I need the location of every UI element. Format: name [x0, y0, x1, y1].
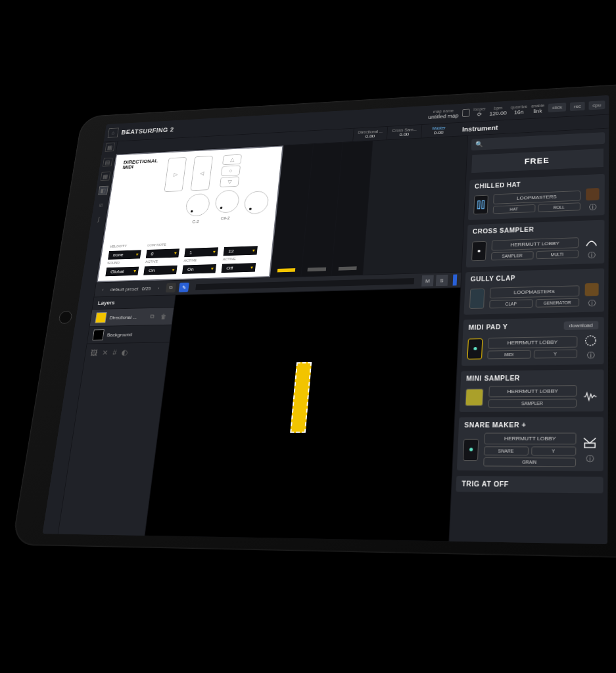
rail-icon-selected[interactable]: ◧ [98, 186, 108, 195]
tool-image-icon[interactable]: 🖼 [90, 348, 99, 357]
fader-area [270, 141, 373, 277]
active-1-dropdown[interactable]: ACTIVEOn [143, 266, 177, 275]
lownote-dropdown[interactable]: LOW NOTE0 [146, 248, 179, 258]
svg-point-2 [586, 336, 596, 346]
duplicate-icon[interactable]: ⧉ [147, 312, 156, 321]
rec-button[interactable]: rec [570, 102, 585, 111]
tool-grid-icon[interactable]: # [112, 348, 117, 357]
preset-prev-icon[interactable]: ‹ [98, 285, 107, 294]
knob-3[interactable] [243, 191, 270, 214]
preset-save-icon[interactable]: ✎ [179, 283, 189, 292]
active-3-dropdown[interactable]: ACTIVEOff [222, 263, 256, 273]
rail-icon-sliders[interactable]: ⎚ [96, 200, 107, 209]
rail-icon-map[interactable]: ▦ [100, 172, 110, 181]
preview-thumb [585, 283, 599, 296]
knob-csharp2[interactable] [214, 190, 241, 214]
layer-swatch-black [92, 329, 104, 340]
mute-button[interactable]: M [421, 275, 434, 286]
info-icon[interactable]: ⓘ [586, 453, 594, 464]
tablet-device: ⌂ BEATSURFING 2 map name untitled map lo… [12, 83, 616, 559]
dial-icon [583, 333, 599, 348]
waveform-icon [582, 388, 598, 404]
direction-pad-left[interactable]: ◁ [191, 156, 213, 191]
solo-button[interactable]: S [436, 275, 448, 286]
layer-tools: 🖼 ✕ # ◐ [84, 342, 169, 362]
bpm-group[interactable]: bpm 120.00 [489, 105, 507, 116]
svg-rect-3 [584, 443, 595, 448]
channel-directional[interactable]: Directional ... 0.00 [352, 127, 387, 141]
card-midi-pad-y[interactable]: MIDI PAD Y download HERRMUTT LOBBY MIDIY… [462, 317, 604, 366]
trash-icon[interactable]: 🗑 [159, 312, 168, 321]
info-icon[interactable]: ⓘ [588, 250, 595, 260]
preset-count: 0/25 [141, 286, 151, 291]
preset-copy-icon[interactable]: ⧉ [166, 283, 176, 292]
val-12-dropdown[interactable]: 12 [224, 246, 258, 256]
active-2-dropdown[interactable]: ACTIVEOn [182, 264, 216, 274]
card-cross-sampler[interactable]: CROSS SAMPLER HERRMUTT LOBBY SAMPLERMULT… [466, 220, 605, 267]
velocity-dropdown[interactable]: VELOCITY none [108, 250, 141, 260]
tool-palette-icon[interactable]: ◐ [121, 348, 128, 357]
thumb-mini-sampler [465, 388, 484, 406]
channel-cross-sampler[interactable]: Cross Sam... 0.00 [387, 125, 421, 139]
search-input[interactable] [471, 132, 605, 151]
svg-line-4 [584, 438, 590, 444]
preview-thumb [586, 188, 599, 200]
info-icon[interactable]: ⓘ [588, 298, 596, 308]
svg-line-5 [590, 438, 596, 444]
card-mini-sampler[interactable]: MINI SAMPLER HERRMUTT LOBBY SAMPLER [460, 369, 604, 412]
svg-rect-1 [482, 200, 485, 208]
thumb-cross-sampler [471, 241, 486, 260]
download-button[interactable]: download [563, 321, 598, 330]
preset-name[interactable]: default preset [110, 286, 139, 292]
cpu-button[interactable]: cpu [589, 101, 605, 110]
thumb-chilled-hat [473, 195, 488, 214]
quantize-group[interactable]: quantize 16n [510, 104, 527, 115]
drum-icon [582, 436, 598, 451]
card-trig-at-off[interactable]: TRIG AT OFF [456, 476, 603, 493]
canvas-pad[interactable] [290, 362, 312, 433]
rail-icon-1[interactable]: ▦ [105, 143, 114, 152]
info-icon[interactable]: ⓘ [586, 350, 594, 360]
shape-down-icon[interactable]: ▽ [220, 176, 239, 187]
knob-c2[interactable] [185, 193, 211, 217]
tool-crop-icon[interactable]: ✕ [101, 348, 108, 357]
rail-icon-wave[interactable]: ∫ [93, 214, 104, 223]
app-screen: ⌂ BEATSURFING 2 map name untitled map lo… [43, 95, 609, 544]
preset-next-icon[interactable]: › [154, 284, 163, 292]
instrument-editor: DIRECTIONAL MIDI ▷ ◁ C-2 [97, 145, 283, 282]
card-snare-maker[interactable]: SNARE MAKER + HERRMUTT LOBBY SNAREY GRAI… [457, 417, 604, 471]
search-icon: 🔍 [475, 141, 483, 147]
map-name-group[interactable]: map name untitled map [428, 108, 459, 120]
rail-icon-layers[interactable]: ▤ [103, 158, 112, 167]
shape-up-icon[interactable]: △ [222, 154, 242, 165]
enable-link-group[interactable]: enable link [531, 103, 545, 114]
sound-dropdown[interactable]: SOUND Global [105, 267, 139, 277]
card-chilled-hat[interactable]: CHILLED HAT LOOPMASTERS HATROLL ⓘ [468, 174, 605, 220]
cross-icon [584, 234, 599, 248]
looper-group[interactable]: looper ⟳ [473, 106, 486, 117]
thumb-snare-maker [463, 438, 479, 460]
thumb-gully-clap [469, 288, 485, 308]
direction-pad-right[interactable]: ▷ [164, 157, 187, 192]
param-dropdowns: VELOCITY none SOUND Global LOW [105, 246, 265, 276]
thumb-midi-pad [467, 338, 483, 360]
layer-directional[interactable]: Directional ... ⧉ 🗑 [90, 308, 174, 327]
lock-icon[interactable] [462, 108, 470, 117]
tablet-home-button[interactable] [58, 311, 72, 324]
layer-background[interactable]: Background [87, 325, 172, 344]
home-icon[interactable]: ⌂ [108, 128, 119, 137]
channel-master[interactable]: Master 0.00 [421, 123, 456, 138]
canvas-area[interactable] [145, 288, 460, 541]
shape-circle-icon[interactable]: ○ [221, 165, 241, 176]
layer-swatch-yellow [95, 312, 107, 323]
instrument-browser: 🔍 FREE CHILLED HAT LOOPMASTERS HATROLL [448, 129, 609, 544]
svg-rect-0 [477, 200, 480, 208]
info-icon[interactable]: ⓘ [589, 202, 596, 212]
center-area: DIRECTIONAL MIDI ▷ ◁ C-2 [59, 136, 467, 542]
preset-slider[interactable] [195, 278, 414, 290]
card-gully-clap[interactable]: GULLY CLAP LOOPMASTERS CLAPGENERATOR ⓘ [463, 268, 604, 315]
click-button[interactable]: click [548, 103, 566, 112]
val-1-dropdown[interactable]: 1 [184, 247, 218, 257]
app-title: BEATSURFING 2 [121, 126, 174, 135]
channel-indicator [453, 274, 458, 285]
